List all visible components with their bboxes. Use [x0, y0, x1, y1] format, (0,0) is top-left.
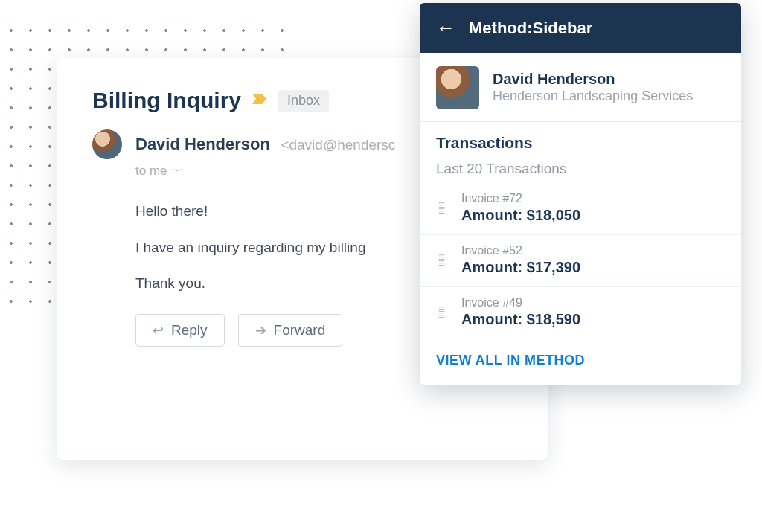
- folder-chip[interactable]: Inbox: [278, 90, 329, 112]
- sender-avatar: [92, 129, 122, 159]
- transaction-info: Invoice #49 Amount: $18,590: [461, 296, 725, 328]
- method-sidebar-panel: ← Method:Sidebar David Henderson Henders…: [420, 3, 741, 385]
- drag-handle-icon[interactable]: ≡≡: [436, 254, 448, 266]
- transaction-row[interactable]: ≡≡ Invoice #49 Amount: $18,590: [420, 287, 741, 339]
- transactions-title: Transactions: [420, 122, 741, 156]
- transactions-subtitle: Last 20 Transactions: [420, 156, 741, 183]
- transaction-amount: Amount: $18,590: [461, 311, 725, 328]
- email-subject: Billing Inquiry: [92, 88, 241, 113]
- transaction-info: Invoice #52 Amount: $17,390: [461, 244, 725, 276]
- drag-handle-icon[interactable]: ≡≡: [436, 202, 448, 214]
- sender-info: David Henderson <david@hendersc: [135, 135, 395, 154]
- panel-header: ← Method:Sidebar: [420, 3, 741, 53]
- reply-button[interactable]: ↩ Reply: [135, 314, 225, 347]
- recipient-text: to me: [135, 164, 167, 179]
- transaction-label: Invoice #72: [461, 192, 725, 205]
- forward-button[interactable]: ➔ Forward: [238, 314, 343, 347]
- reply-label: Reply: [171, 322, 208, 339]
- panel-title: Method:Sidebar: [469, 19, 592, 38]
- sender-name: David Henderson: [135, 135, 270, 153]
- forward-label: Forward: [274, 322, 326, 339]
- contact-name: David Henderson: [493, 71, 693, 88]
- transaction-label: Invoice #52: [461, 244, 725, 257]
- transaction-info: Invoice #72 Amount: $18,050: [461, 192, 725, 224]
- view-all-link[interactable]: VIEW ALL IN METHOD: [420, 339, 741, 385]
- contact-company: Henderson Landscaping Services: [493, 88, 693, 105]
- chevron-down-icon: ﹀: [173, 165, 182, 178]
- contact-info: David Henderson Henderson Landscaping Se…: [493, 71, 693, 105]
- back-arrow-icon[interactable]: ←: [436, 16, 455, 39]
- transaction-label: Invoice #49: [461, 296, 725, 310]
- drag-handle-icon[interactable]: ≡≡: [436, 307, 448, 318]
- transaction-amount: Amount: $18,050: [461, 207, 725, 224]
- contact-row[interactable]: David Henderson Henderson Landscaping Se…: [420, 53, 741, 122]
- label-arrow-icon: [252, 91, 268, 110]
- reply-icon: ↩: [153, 322, 164, 339]
- transaction-amount: Amount: $17,390: [461, 259, 725, 276]
- transaction-row[interactable]: ≡≡ Invoice #72 Amount: $18,050: [420, 183, 741, 235]
- forward-icon: ➔: [255, 322, 266, 339]
- contact-avatar: [436, 66, 479, 109]
- transaction-row[interactable]: ≡≡ Invoice #52 Amount: $17,390: [420, 235, 741, 287]
- sender-email: <david@hendersc: [281, 137, 395, 153]
